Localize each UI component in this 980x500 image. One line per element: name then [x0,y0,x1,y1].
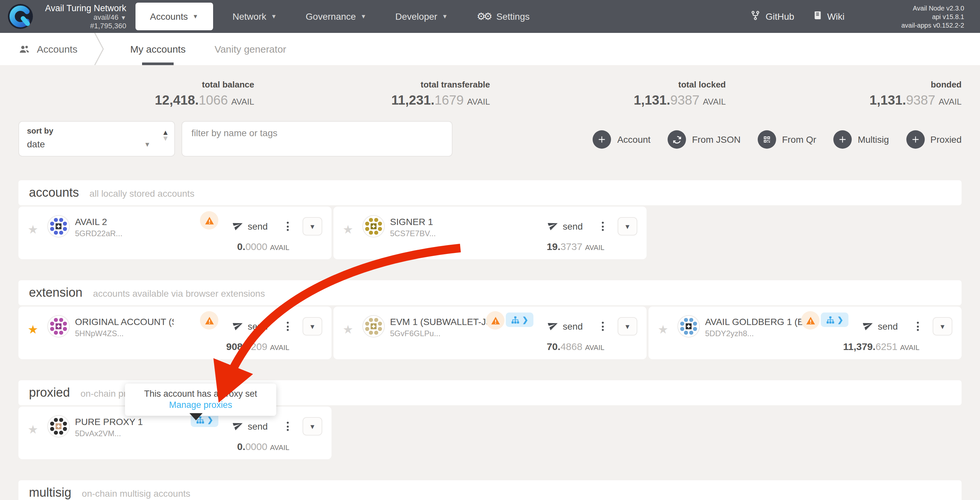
send-button[interactable]: send [232,220,268,233]
header-link-label: GitHub [765,11,794,22]
send-button[interactable]: send [547,220,583,233]
button-proxied[interactable]: Proxied [906,130,962,149]
favorite-star[interactable]: ★ [658,322,668,337]
sort-direction-toggle[interactable]: ▲▼ [162,130,169,142]
header-link-github[interactable]: GitHub [741,11,803,22]
send-button[interactable]: send [232,420,268,433]
network-switcher[interactable]: Avail Turing Network avail/46▼ #1,795,36… [41,3,126,30]
button-from-qr[interactable]: From Qr [758,130,816,149]
favorite-star[interactable]: ★ [28,422,38,437]
proxy-badge-icon[interactable]: ❯ [821,312,848,327]
expand-caret-button[interactable]: ▼ [617,217,637,236]
expand-caret-button[interactable]: ▼ [302,217,322,236]
balance-int: 0. [237,441,245,452]
header-link-wiki[interactable]: Wiki [803,11,854,22]
sync-icon [668,130,686,149]
account-address: 5CS7E7BV... [390,229,436,238]
more-menu-button[interactable] [285,320,290,332]
card-actions: send▼ [547,317,637,336]
more-menu-button[interactable] [600,320,605,332]
account-identicon-icon[interactable] [47,315,70,338]
warning-badge-icon[interactable] [801,311,819,330]
filter-input[interactable] [181,121,452,156]
balance-unit: AVAIL [270,344,290,351]
stat-dec: 1066 [199,93,228,107]
account-address: 5DDY2yzh8... [705,329,804,338]
button-label: Proxied [930,134,962,145]
stat-bonded: bonded1,131.9387AVAIL [726,80,962,108]
nav-item-governance[interactable]: Governance▼ [291,3,381,30]
account-info: AVAIL 25GRD22aR... [75,217,123,238]
account-card: ★EVM 1 (SUBWALLET-JS)5GvF6GLPu...❯send▼7… [334,307,646,359]
account-balance: 70.4868AVAIL [547,341,605,353]
favorite-star[interactable]: ★ [343,322,353,337]
more-menu-button[interactable] [285,420,290,432]
account-balance: 908.6209AVAIL [226,341,290,353]
expand-caret-button[interactable]: ▼ [933,317,952,336]
balance-dec: 6209 [245,341,267,352]
section-cards-extension: ★ORIGINAL ACCOUNT (SUBW…5HNpW4ZS...send▼… [18,307,962,359]
avail-logo-icon[interactable] [6,3,34,30]
controls-row: sort by date ▼ ▲▼ AccountFrom JSONFrom Q… [0,108,980,156]
button-multisig[interactable]: Multisig [833,130,889,149]
button-from-json[interactable]: From JSON [668,130,741,149]
send-button[interactable]: send [232,320,268,333]
account-name: PURE PROXY 1 [75,416,143,427]
balance-unit: AVAIL [585,344,605,351]
warning-badge-icon[interactable] [486,311,504,330]
account-sections: accountsall locally stored accounts★AVAI… [0,156,980,500]
favorite-star[interactable]: ★ [28,322,38,337]
expand-caret-button[interactable]: ▼ [302,317,322,336]
breadcrumb-label: Accounts [37,43,77,55]
more-menu-button[interactable] [285,220,290,232]
breadcrumb[interactable]: Accounts [0,43,92,55]
version-info: Avail Node v2.3.0api v15.8.1avail-apps v… [885,4,964,29]
send-button[interactable]: send [547,320,583,333]
card-actions: send▼ [232,417,322,436]
account-balance: 19.3737AVAIL [547,241,605,253]
account-balance: 0.0000AVAIL [237,441,290,453]
card-actions: send▼ [547,217,637,236]
manage-proxies-link[interactable]: Manage proxies [129,400,272,410]
account-identicon-icon[interactable] [678,315,700,338]
sort-by-label: sort by [27,126,166,135]
account-identicon-icon[interactable] [47,215,70,237]
favorite-star[interactable]: ★ [343,222,353,237]
version-line: Avail Node v2.3.0 [885,4,964,12]
more-menu-button[interactable] [916,320,920,332]
send-button-label: send [248,321,268,331]
button-label: Multisig [858,134,889,145]
balance-unit: AVAIL [270,443,290,451]
send-button[interactable]: send [862,320,898,333]
account-identicon-icon[interactable] [363,215,385,237]
send-plane-icon [547,220,558,233]
nav-item-accounts[interactable]: Accounts▼ [135,3,213,30]
tab-my-accounts[interactable]: My accounts [130,33,186,65]
stat-dec: 9387 [670,93,700,107]
account-address: 5HNpW4ZS... [75,329,173,338]
account-identicon-icon[interactable] [47,415,70,438]
favorite-star[interactable]: ★ [28,222,38,237]
nav-item-network[interactable]: Network▼ [218,3,291,30]
sort-by-dropdown[interactable]: sort by date ▼ ▲▼ [18,121,175,156]
top-header: Avail Turing Network avail/46▼ #1,795,36… [0,0,980,33]
expand-caret-button[interactable]: ▼ [617,317,637,336]
warning-badge-icon[interactable] [200,311,218,330]
expand-caret-button[interactable]: ▼ [302,417,322,436]
more-menu-button[interactable] [600,220,605,232]
account-identicon-icon[interactable] [363,315,385,338]
warning-badge-icon[interactable] [200,211,218,229]
nav-item-settings[interactable]: ⚙⚙Settings [462,3,544,30]
proxy-badge-icon[interactable]: ❯ [506,312,533,327]
section-header-multisig: multisigon-chain multisig accounts [18,480,962,500]
button-account[interactable]: Account [593,130,651,149]
stat-value: 1,131.9387AVAIL [726,93,962,108]
account-info: SIGNER 15CS7E7BV... [390,217,436,238]
main-nav: Accounts▼Network▼Governance▼Developer▼⚙⚙… [135,0,544,33]
stat-unit: AVAIL [703,97,726,107]
tab-vanity-generator[interactable]: Vanity generator [215,33,286,65]
account-balance: 11,379.6251AVAIL [843,341,920,353]
nav-item-developer[interactable]: Developer▼ [381,3,462,30]
button-label: From Qr [782,134,816,145]
stat-label: total transferable [254,80,490,89]
